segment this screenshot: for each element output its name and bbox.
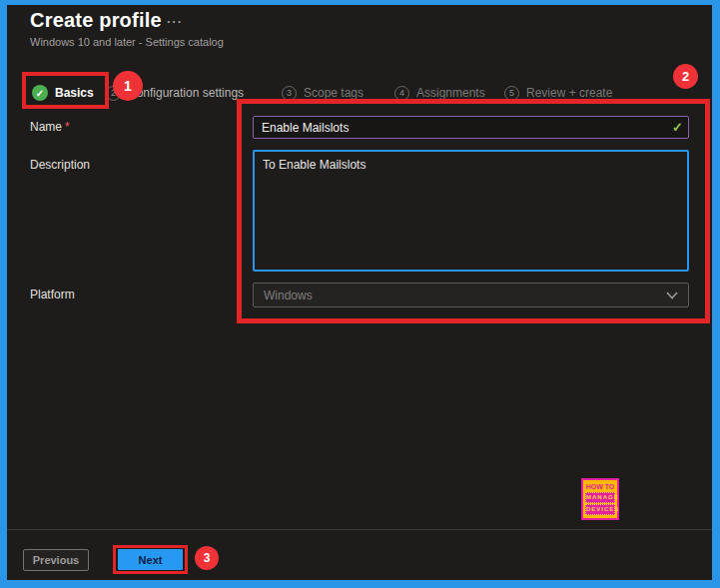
logo-line2: MANAGE <box>585 492 615 503</box>
step-number-icon: 5 <box>504 86 519 101</box>
valid-check-icon: ✓ <box>672 120 683 135</box>
logo-line3: DEVICES <box>585 504 615 515</box>
step-number-icon: 3 <box>282 86 297 101</box>
screenshot-frame: Create profile ··· Windows 10 and later … <box>0 0 720 588</box>
htmd-watermark-logo: HOW TO MANAGE DEVICES <box>581 478 619 520</box>
previous-button[interactable]: Previous <box>23 549 89 571</box>
annotation-badge-2: 2 <box>673 64 698 89</box>
page-title: Create profile <box>30 9 162 32</box>
tab-scope-tags-label: Scope tags <box>304 86 363 100</box>
platform-label: Platform <box>30 288 75 301</box>
page-subtitle: Windows 10 and later - Settings catalog <box>30 36 224 48</box>
step-number-icon: 2 <box>106 86 121 101</box>
tab-configuration-settings-label: Configuration settings <box>128 86 244 100</box>
tab-assignments[interactable]: 4 Assignments <box>394 82 485 104</box>
annotation-badge-3: 3 <box>195 546 219 570</box>
name-label: Name* <box>30 120 70 134</box>
footer-divider <box>7 529 712 530</box>
completed-check-icon: ✓ <box>32 85 48 101</box>
tab-review-create-label: Review + create <box>526 86 612 100</box>
description-label: Description <box>30 158 90 172</box>
platform-dropdown[interactable]: Windows <box>253 283 689 307</box>
tab-basics[interactable]: ✓ Basics <box>32 82 94 104</box>
name-input[interactable] <box>253 116 689 139</box>
create-profile-pane: Create profile ··· Windows 10 and later … <box>7 5 712 580</box>
platform-dropdown-value: Windows <box>264 289 313 302</box>
required-asterisk: * <box>65 120 70 134</box>
description-textarea[interactable]: To Enable Mailslots <box>253 150 689 272</box>
next-button[interactable]: Next <box>118 549 183 570</box>
tab-basics-label: Basics <box>55 86 94 100</box>
tab-review-create[interactable]: 5 Review + create <box>504 82 612 104</box>
chevron-down-icon <box>666 292 678 299</box>
step-number-icon: 4 <box>394 86 409 101</box>
tab-scope-tags[interactable]: 3 Scope tags <box>282 82 363 104</box>
logo-line1: HOW TO <box>585 482 615 491</box>
more-options-icon[interactable]: ··· <box>167 14 183 29</box>
tab-configuration-settings[interactable]: 2 Configuration settings <box>106 82 244 104</box>
tab-assignments-label: Assignments <box>416 86 485 100</box>
